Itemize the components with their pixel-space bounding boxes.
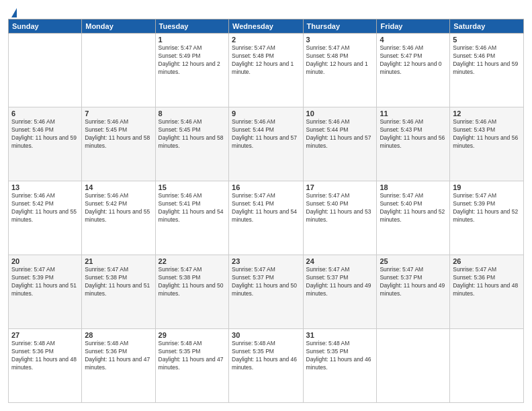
weekday-header-cell: Thursday — [303, 19, 377, 34]
calendar-day-cell — [377, 329, 450, 403]
calendar-day-cell: 2Sunrise: 5:47 AM Sunset: 5:48 PM Daylig… — [229, 34, 304, 107]
weekday-header-cell: Saturday — [450, 19, 524, 34]
day-info: Sunrise: 5:46 AM Sunset: 5:45 PM Dayligh… — [159, 118, 226, 150]
calendar-day-cell: 20Sunrise: 5:47 AM Sunset: 5:39 PM Dayli… — [9, 255, 82, 329]
calendar-day-cell: 11Sunrise: 5:46 AM Sunset: 5:43 PM Dayli… — [377, 107, 450, 181]
day-number: 16 — [232, 183, 300, 191]
day-info: Sunrise: 5:48 AM Sunset: 5:35 PM Dayligh… — [232, 340, 300, 372]
weekday-header-cell: Wednesday — [229, 19, 304, 34]
day-info: Sunrise: 5:47 AM Sunset: 5:40 PM Dayligh… — [306, 192, 374, 224]
calendar-day-cell: 3Sunrise: 5:47 AM Sunset: 5:48 PM Daylig… — [303, 34, 377, 107]
day-info: Sunrise: 5:46 AM Sunset: 5:44 PM Dayligh… — [306, 118, 374, 150]
day-number: 21 — [85, 257, 152, 265]
day-info: Sunrise: 5:46 AM Sunset: 5:44 PM Dayligh… — [232, 118, 300, 150]
day-number: 19 — [453, 183, 521, 191]
calendar-body: 1Sunrise: 5:47 AM Sunset: 5:49 PM Daylig… — [9, 34, 524, 403]
day-info: Sunrise: 5:47 AM Sunset: 5:49 PM Dayligh… — [159, 44, 226, 77]
day-number: 29 — [159, 331, 226, 339]
day-info: Sunrise: 5:46 AM Sunset: 5:45 PM Dayligh… — [85, 118, 152, 150]
day-number: 13 — [11, 183, 79, 191]
calendar-day-cell: 26Sunrise: 5:47 AM Sunset: 5:36 PM Dayli… — [450, 255, 524, 329]
day-info: Sunrise: 5:47 AM Sunset: 5:40 PM Dayligh… — [380, 192, 447, 224]
day-info: Sunrise: 5:46 AM Sunset: 5:42 PM Dayligh… — [85, 192, 152, 224]
calendar-table: SundayMondayTuesdayWednesdayThursdayFrid… — [8, 19, 524, 403]
weekday-header-cell: Tuesday — [155, 19, 228, 34]
calendar-day-cell: 10Sunrise: 5:46 AM Sunset: 5:44 PM Dayli… — [303, 107, 377, 181]
calendar-day-cell: 7Sunrise: 5:46 AM Sunset: 5:45 PM Daylig… — [82, 107, 155, 181]
calendar-day-cell: 31Sunrise: 5:48 AM Sunset: 5:35 PM Dayli… — [303, 329, 377, 403]
calendar-day-cell — [82, 34, 155, 107]
day-info: Sunrise: 5:47 AM Sunset: 5:37 PM Dayligh… — [232, 266, 300, 298]
calendar-day-cell — [9, 34, 82, 107]
calendar-day-cell: 6Sunrise: 5:46 AM Sunset: 5:46 PM Daylig… — [9, 107, 82, 181]
calendar-day-cell: 28Sunrise: 5:48 AM Sunset: 5:36 PM Dayli… — [82, 329, 155, 403]
calendar-day-cell: 18Sunrise: 5:47 AM Sunset: 5:40 PM Dayli… — [377, 181, 450, 255]
calendar-day-cell: 24Sunrise: 5:47 AM Sunset: 5:37 PM Dayli… — [303, 255, 377, 329]
calendar-week-row: 6Sunrise: 5:46 AM Sunset: 5:46 PM Daylig… — [9, 107, 524, 181]
day-info: Sunrise: 5:47 AM Sunset: 5:38 PM Dayligh… — [159, 266, 226, 298]
calendar-day-cell: 29Sunrise: 5:48 AM Sunset: 5:35 PM Dayli… — [155, 329, 228, 403]
day-info: Sunrise: 5:46 AM Sunset: 5:47 PM Dayligh… — [380, 44, 447, 77]
weekday-header-cell: Friday — [377, 19, 450, 34]
day-number: 25 — [380, 257, 447, 265]
day-number: 2 — [232, 36, 300, 44]
calendar-day-cell: 4Sunrise: 5:46 AM Sunset: 5:47 PM Daylig… — [377, 34, 450, 107]
day-number: 12 — [453, 109, 521, 118]
calendar-day-cell: 17Sunrise: 5:47 AM Sunset: 5:40 PM Dayli… — [303, 181, 377, 255]
day-info: Sunrise: 5:46 AM Sunset: 5:41 PM Dayligh… — [159, 192, 226, 224]
weekday-header-cell: Monday — [82, 19, 155, 34]
day-info: Sunrise: 5:46 AM Sunset: 5:46 PM Dayligh… — [453, 44, 521, 77]
day-info: Sunrise: 5:47 AM Sunset: 5:38 PM Dayligh… — [85, 266, 152, 298]
day-info: Sunrise: 5:47 AM Sunset: 5:36 PM Dayligh… — [453, 266, 521, 298]
calendar-day-cell: 8Sunrise: 5:46 AM Sunset: 5:45 PM Daylig… — [155, 107, 228, 181]
day-number: 3 — [306, 36, 374, 44]
day-number: 31 — [306, 331, 374, 339]
calendar-day-cell: 25Sunrise: 5:47 AM Sunset: 5:37 PM Dayli… — [377, 255, 450, 329]
day-number: 14 — [85, 183, 152, 191]
calendar-day-cell: 15Sunrise: 5:46 AM Sunset: 5:41 PM Dayli… — [155, 181, 228, 255]
day-number: 17 — [306, 183, 374, 191]
day-info: Sunrise: 5:46 AM Sunset: 5:43 PM Dayligh… — [380, 118, 447, 150]
day-number: 1 — [159, 36, 226, 44]
calendar-day-cell: 1Sunrise: 5:47 AM Sunset: 5:49 PM Daylig… — [155, 34, 228, 107]
day-info: Sunrise: 5:47 AM Sunset: 5:39 PM Dayligh… — [453, 192, 521, 224]
day-number: 11 — [380, 109, 447, 118]
day-number: 24 — [306, 257, 374, 265]
calendar-day-cell: 14Sunrise: 5:46 AM Sunset: 5:42 PM Dayli… — [82, 181, 155, 255]
day-number: 4 — [380, 36, 447, 44]
day-info: Sunrise: 5:47 AM Sunset: 5:41 PM Dayligh… — [232, 192, 300, 224]
calendar-day-cell: 22Sunrise: 5:47 AM Sunset: 5:38 PM Dayli… — [155, 255, 228, 329]
weekday-header-row: SundayMondayTuesdayWednesdayThursdayFrid… — [9, 19, 524, 34]
day-number: 22 — [159, 257, 226, 265]
day-number: 9 — [232, 109, 300, 118]
day-number: 15 — [159, 183, 226, 191]
day-number: 10 — [306, 109, 374, 118]
calendar-day-cell: 21Sunrise: 5:47 AM Sunset: 5:38 PM Dayli… — [82, 255, 155, 329]
header — [8, 8, 524, 13]
day-number: 27 — [11, 331, 79, 339]
calendar-day-cell — [450, 329, 524, 403]
day-number: 7 — [85, 109, 152, 118]
day-number: 18 — [380, 183, 447, 191]
day-number: 28 — [85, 331, 152, 339]
day-number: 8 — [159, 109, 226, 118]
calendar-week-row: 1Sunrise: 5:47 AM Sunset: 5:49 PM Daylig… — [9, 34, 524, 107]
calendar-day-cell: 23Sunrise: 5:47 AM Sunset: 5:37 PM Dayli… — [229, 255, 304, 329]
day-info: Sunrise: 5:46 AM Sunset: 5:43 PM Dayligh… — [453, 118, 521, 150]
calendar-day-cell: 30Sunrise: 5:48 AM Sunset: 5:35 PM Dayli… — [229, 329, 304, 403]
calendar-day-cell: 13Sunrise: 5:46 AM Sunset: 5:42 PM Dayli… — [9, 181, 82, 255]
page: SundayMondayTuesdayWednesdayThursdayFrid… — [0, 0, 532, 411]
day-info: Sunrise: 5:48 AM Sunset: 5:36 PM Dayligh… — [85, 340, 152, 372]
day-number: 30 — [232, 331, 300, 339]
calendar-week-row: 20Sunrise: 5:47 AM Sunset: 5:39 PM Dayli… — [9, 255, 524, 329]
calendar-week-row: 13Sunrise: 5:46 AM Sunset: 5:42 PM Dayli… — [9, 181, 524, 255]
day-number: 20 — [11, 257, 79, 265]
day-info: Sunrise: 5:48 AM Sunset: 5:35 PM Dayligh… — [306, 340, 374, 372]
day-info: Sunrise: 5:48 AM Sunset: 5:36 PM Dayligh… — [11, 340, 79, 372]
day-info: Sunrise: 5:46 AM Sunset: 5:42 PM Dayligh… — [11, 192, 79, 224]
day-info: Sunrise: 5:48 AM Sunset: 5:35 PM Dayligh… — [159, 340, 226, 372]
logo-triangle-icon — [11, 8, 17, 17]
calendar-day-cell: 5Sunrise: 5:46 AM Sunset: 5:46 PM Daylig… — [450, 34, 524, 107]
day-info: Sunrise: 5:47 AM Sunset: 5:48 PM Dayligh… — [232, 44, 300, 77]
day-number: 26 — [453, 257, 521, 265]
